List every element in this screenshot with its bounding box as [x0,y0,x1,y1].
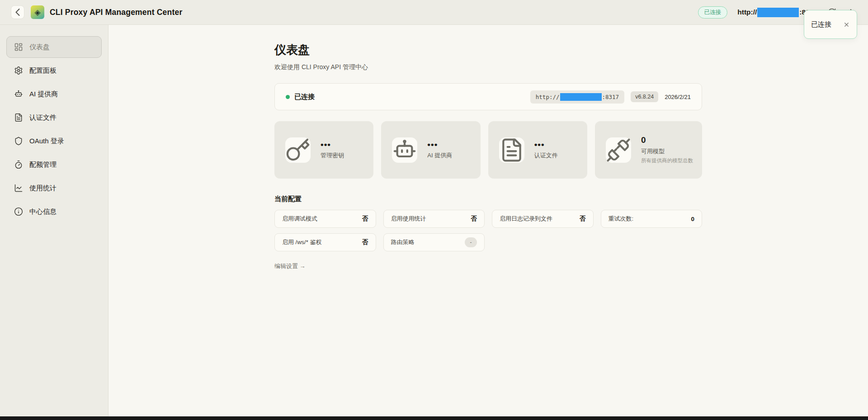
sidebar-item-oauth-login[interactable]: OAuth 登录 [6,130,102,152]
stat-card-manage-keys[interactable]: •••管理密钥 [274,121,373,179]
info-icon [14,207,23,216]
page-subtitle: 欢迎使用 CLI Proxy API 管理中心 [274,63,702,71]
connection-status-text: 已连接 [294,93,315,101]
connection-status-badge: 已连接 [698,6,728,19]
stat-card-available-models[interactable]: 0可用模型所有提供商的模型总数 [595,121,702,179]
config-label: 启用日志记录到文件 [500,215,552,223]
config-label: 重试次数: [609,215,634,223]
stat-card-auth-files[interactable]: •••认证文件 [488,121,587,179]
config-item-route-policy: 路由策略- [383,233,485,251]
stat-sublabel: 所有提供商的模型总数 [641,157,693,164]
url-redaction [560,93,602,101]
config-section-heading: 当前配置 [274,195,702,203]
top-header: ◈ CLI Proxy API Management Center 已连接 ht… [0,0,868,25]
stat-value: 0 [641,136,693,145]
file-icon [14,113,23,122]
back-button[interactable] [11,5,24,19]
connection-url-chip: http://:8317 [530,90,624,104]
stat-label: 认证文件 [534,151,558,160]
stat-card-grid: •••管理密钥•••AI 提供商•••认证文件0可用模型所有提供商的模型总数 [274,121,702,179]
robot-icon [392,137,417,163]
config-item-ws-auth: 启用 /ws/* 鉴权否 [274,233,376,251]
app-logo: ◈ [31,5,44,19]
config-label: 路由策略 [391,238,415,246]
config-item-log-to-file: 启用日志记录到文件否 [492,210,594,228]
sidebar-item-quota-management[interactable]: 配额管理 [6,154,102,175]
logo-diamond-icon: ◈ [34,8,40,17]
close-icon [843,21,850,28]
sidebar: 仪表盘配置面板AI 提供商认证文件OAuth 登录配额管理使用统计中心信息 [0,25,108,420]
sidebar-item-ai-providers[interactable]: AI 提供商 [6,83,102,105]
status-dot [286,95,290,99]
sidebar-item-label: 仪表盘 [29,43,50,52]
config-value: 否 [362,215,368,223]
chart-icon [14,184,23,193]
version-badge: v6.8.24 [631,91,658,102]
stat-value: ••• [321,140,344,150]
toast-message: 已连接 [811,20,831,29]
config-value: 否 [471,215,477,223]
sidebar-item-label: OAuth 登录 [29,137,64,146]
sidebar-item-label: 配额管理 [29,160,57,169]
sidebar-item-label: 使用统计 [29,184,57,193]
timer-icon [14,160,23,169]
stat-value: ••• [534,140,558,150]
sidebar-item-center-info[interactable]: 中心信息 [6,201,102,222]
dashboard-icon [14,42,23,52]
robot-icon [14,90,23,99]
config-label: 启用使用统计 [391,215,426,223]
sidebar-item-label: 配置面板 [29,66,57,75]
config-item-debug-mode: 启用调试模式否 [274,210,376,228]
page-title: 仪表盘 [274,42,702,58]
config-item-retry-count: 重试次数:0 [601,210,703,228]
key-icon [285,137,311,163]
app-title: CLI Proxy API Management Center [50,8,182,17]
sidebar-item-label: 中心信息 [29,208,57,216]
sidebar-item-config-panel[interactable]: 配置面板 [6,60,102,81]
config-label: 启用调试模式 [282,215,317,223]
shield-icon [14,137,23,146]
stat-label: 管理密钥 [321,151,344,160]
stat-label: 可用模型 [641,147,693,156]
sidebar-item-usage-stats[interactable]: 使用统计 [6,177,102,199]
toast-close-button[interactable] [843,21,850,28]
gear-icon [14,66,23,75]
chevron-left-icon [11,6,24,19]
edit-settings-link[interactable]: 编辑设置 → [274,262,306,270]
stat-label: AI 提供商 [427,151,452,160]
bottom-edge-bar [0,416,868,420]
plug-icon [606,137,631,163]
config-value: 否 [580,215,586,223]
sidebar-item-label: 认证文件 [29,113,57,122]
connection-date: 2026/2/21 [665,94,691,100]
connection-toast: 已连接 [804,10,857,39]
config-value: 0 [691,216,694,222]
app-window: ◈ CLI Proxy API Management Center 已连接 ht… [0,0,868,420]
sidebar-item-label: AI 提供商 [29,90,58,99]
stat-value: ••• [427,140,452,150]
config-grid: 启用调试模式否启用使用统计否启用日志记录到文件否重试次数:0启用 /ws/* 鉴… [274,210,702,251]
main-area: 仪表盘 欢迎使用 CLI Proxy API 管理中心 已连接 http://:… [108,25,868,420]
sidebar-item-auth-files[interactable]: 认证文件 [6,107,102,128]
config-value: 否 [362,238,368,246]
connection-card: 已连接 http://:8317 v6.8.24 2026/2/21 [274,83,702,110]
url-redaction [757,8,799,17]
file-icon [499,137,524,163]
config-item-usage-stats: 启用使用统计否 [383,210,485,228]
config-value-pill: - [465,237,477,247]
config-label: 启用 /ws/* 鉴权 [282,238,321,246]
sidebar-item-dashboard[interactable]: 仪表盘 [6,36,102,58]
stat-card-ai-providers[interactable]: •••AI 提供商 [381,121,480,179]
